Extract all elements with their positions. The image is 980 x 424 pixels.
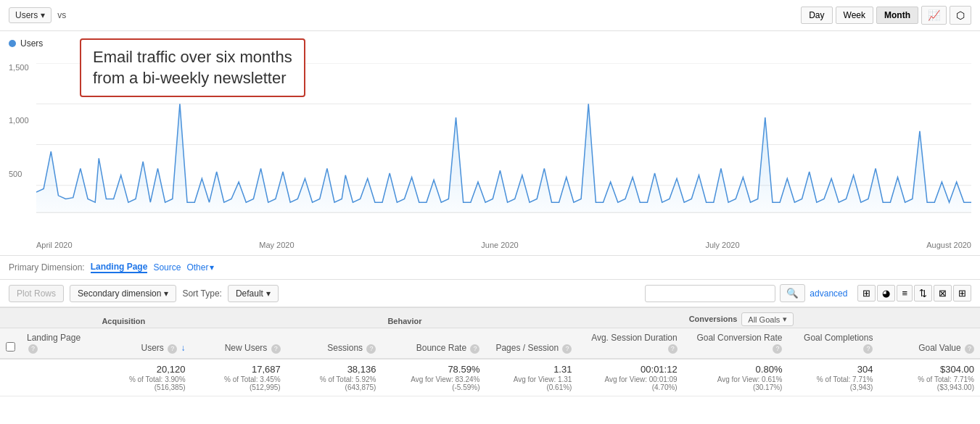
users-label: Users	[15, 10, 38, 20]
svg-marker-5	[36, 104, 971, 212]
column-header-row: Landing Page ? Users ? ↓ New Users ? Ses…	[0, 328, 980, 359]
total-goal-conversion-rate-value: 0.80%	[689, 364, 783, 375]
x-label-june: June 2020	[481, 241, 518, 249]
total-users-cell: 20,120 % of Total: 3.90% (516,385)	[96, 359, 191, 396]
annotation-box: Email traffic over six months from a bi-…	[80, 38, 305, 97]
th-landing-page-group	[21, 308, 96, 328]
compare-view-button[interactable]: ⇅	[914, 285, 932, 302]
all-goals-dropdown[interactable]: All Goals ▾	[741, 312, 794, 326]
primary-dim-other-dropdown[interactable]: Other ▾	[186, 262, 214, 273]
th-goal-completions[interactable]: Goal Completions ?	[788, 328, 878, 359]
primary-dim-source[interactable]: Source	[153, 262, 181, 273]
grid-view-button[interactable]: ⊞	[953, 285, 971, 302]
pie-chart-button[interactable]: ⬡	[950, 6, 971, 25]
other-label: Other	[186, 262, 208, 273]
day-button[interactable]: Day	[801, 7, 832, 24]
th-sessions[interactable]: Sessions ?	[287, 328, 382, 359]
th-pages-per-session[interactable]: Pages / Session ?	[485, 328, 577, 359]
th-goal-conversion-rate[interactable]: Goal Conversion Rate ?	[683, 328, 788, 359]
view-icons: ⊞ ◕ ≡ ⇅ ⊠ ⊞	[857, 285, 971, 302]
secondary-dimension-dropdown[interactable]: Secondary dimension ▾	[70, 285, 176, 302]
pivot-view-button[interactable]: ⊠	[934, 285, 952, 302]
total-goal-conversion-rate-cell: 0.80% Avg for View: 0.61% (30.17%)	[683, 359, 788, 396]
total-avg-session-duration-value: 00:01:12	[583, 364, 677, 375]
new-users-help[interactable]: ?	[271, 344, 281, 354]
total-checkbox-cell	[0, 359, 21, 396]
goal-value-help[interactable]: ?	[965, 344, 974, 354]
total-landing-page-cell	[21, 359, 96, 396]
x-axis: April 2020 May 2020 June 2020 July 2020 …	[36, 241, 971, 249]
total-pages-per-session-subtext: Avg for View: 1.31 (0.61%)	[491, 375, 572, 391]
landing-page-help[interactable]: ?	[28, 344, 38, 354]
x-label-april: April 2020	[36, 241, 73, 249]
line-chart-button[interactable]: 📈	[921, 6, 947, 25]
th-behavior-group: Behavior	[382, 308, 683, 328]
users-sort-arrow: ↓	[181, 343, 186, 353]
total-goal-value-value: $304.00	[884, 364, 974, 375]
total-new-users-cell: 17,687 % of Total: 3.45% (512,995)	[192, 359, 287, 396]
total-goal-value-cell: $304.00 % of Total: 7.71% ($3,943.00)	[878, 359, 980, 396]
y-label-1000: 1,000	[9, 116, 29, 125]
table-view-button[interactable]: ⊞	[857, 285, 876, 302]
th-bounce-rate[interactable]: Bounce Rate ?	[382, 328, 485, 359]
total-row: 20,120 % of Total: 3.90% (516,385) 17,68…	[0, 359, 980, 396]
th-new-users[interactable]: New Users ?	[192, 328, 287, 359]
total-avg-session-duration-subtext: Avg for View: 00:01:09 (4.70%)	[583, 375, 677, 391]
total-sessions-value: 38,136	[292, 364, 376, 375]
secondary-dim-label: Secondary dimension	[78, 288, 161, 299]
y-label-1500: 1,500	[9, 63, 29, 72]
other-dropdown-arrow: ▾	[210, 262, 214, 273]
sessions-help[interactable]: ?	[366, 344, 376, 354]
total-goal-completions-subtext: % of Total: 7.71% (3,943)	[794, 375, 873, 391]
total-pages-per-session-cell: 1.31 Avg for View: 1.31 (0.61%)	[485, 359, 577, 396]
primary-dim-landing-page[interactable]: Landing Page	[91, 262, 148, 273]
th-avg-session-duration[interactable]: Avg. Session Duration ?	[577, 328, 683, 359]
month-button[interactable]: Month	[876, 7, 918, 24]
chart-container: Users Email traffic over six months from…	[0, 31, 980, 256]
group-header-row: Acquisition Behavior Conversions All Goa…	[0, 308, 980, 328]
total-new-users-value: 17,687	[197, 364, 281, 375]
search-input[interactable]	[645, 285, 775, 302]
x-label-july: July 2020	[705, 241, 739, 249]
users-help[interactable]: ?	[168, 344, 177, 354]
advanced-link[interactable]: advanced	[810, 288, 847, 299]
total-bounce-rate-value: 78.59%	[387, 364, 479, 375]
sort-arrow: ▾	[266, 288, 271, 299]
total-goal-completions-value: 304	[794, 364, 873, 375]
plot-rows-button[interactable]: Plot Rows	[9, 285, 64, 302]
y-label-500: 500	[9, 170, 29, 178]
th-landing-page: Landing Page ?	[21, 328, 96, 359]
bar-view-button[interactable]: ≡	[897, 285, 913, 302]
time-controls: Day Week Month 📈 ⬡	[801, 6, 971, 25]
search-button[interactable]: 🔍	[780, 284, 805, 302]
primary-dimension-label: Primary Dimension:	[9, 262, 85, 273]
th-checkbox	[0, 308, 21, 328]
bounce-rate-help[interactable]: ?	[470, 344, 479, 354]
sort-type-dropdown[interactable]: Default ▾	[228, 285, 279, 302]
search-wrap: 🔍 advanced ⊞ ◕ ≡ ⇅ ⊠ ⊞	[645, 284, 971, 302]
th-goal-value[interactable]: Goal Value ?	[878, 328, 980, 359]
goal-completions-help[interactable]: ?	[863, 344, 873, 354]
th-select-all[interactable]	[0, 328, 21, 359]
data-table: Acquisition Behavior Conversions All Goa…	[0, 307, 980, 396]
goal-conversion-rate-help[interactable]: ?	[773, 344, 782, 354]
pie-view-button[interactable]: ◕	[877, 285, 895, 302]
secondary-dim-arrow: ▾	[164, 288, 168, 299]
th-acquisition-group: Acquisition	[96, 308, 382, 328]
total-bounce-rate-subtext: Avg for View: 83.24% (-5.59%)	[387, 375, 479, 391]
total-goal-conversion-rate-subtext: Avg for View: 0.61% (30.17%)	[689, 375, 783, 391]
dropdown-arrow: ▾	[41, 10, 45, 20]
users-dropdown[interactable]: Users ▾	[9, 7, 52, 23]
total-new-users-subtext: % of Total: 3.45% (512,995)	[197, 375, 281, 391]
select-all-checkbox[interactable]	[6, 342, 15, 352]
annotation-line1: Email traffic over six months	[93, 47, 292, 68]
th-users[interactable]: Users ? ↓	[96, 328, 191, 359]
total-goal-completions-cell: 304 % of Total: 7.71% (3,943)	[788, 359, 878, 396]
avg-session-duration-help[interactable]: ?	[668, 344, 678, 354]
annotation-line2: from a bi-weekly newsletter	[93, 68, 292, 89]
total-users-value: 20,120	[102, 364, 185, 375]
primary-dimension-bar: Primary Dimension: Landing Page Source O…	[0, 256, 980, 280]
pages-per-session-help[interactable]: ?	[562, 344, 572, 354]
total-users-subtext: % of Total: 3.90% (516,385)	[102, 375, 185, 391]
week-button[interactable]: Week	[836, 7, 873, 24]
